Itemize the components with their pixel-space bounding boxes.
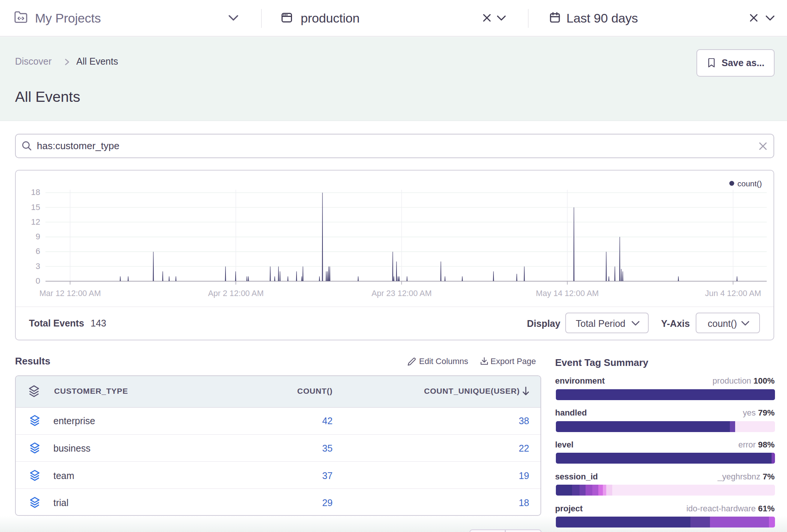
svg-text:Mar 12 12:00 AM: Mar 12 12:00 AM (39, 289, 101, 298)
svg-text:count(): count() (737, 179, 762, 188)
svg-text:Apr 2 12:00 AM: Apr 2 12:00 AM (208, 289, 263, 298)
svg-text:3: 3 (36, 261, 40, 271)
svg-text:Apr 23 12:00 AM: Apr 23 12:00 AM (371, 289, 431, 298)
svg-text:6: 6 (36, 246, 40, 256)
svg-text:15: 15 (31, 203, 40, 212)
svg-text:9: 9 (36, 232, 40, 241)
svg-text:12: 12 (31, 217, 40, 227)
svg-text:May 14 12:00 AM: May 14 12:00 AM (536, 289, 599, 298)
svg-text:0: 0 (36, 276, 40, 286)
svg-text:Jun 4 12:00 AM: Jun 4 12:00 AM (705, 289, 761, 298)
svg-text:18: 18 (31, 187, 40, 197)
